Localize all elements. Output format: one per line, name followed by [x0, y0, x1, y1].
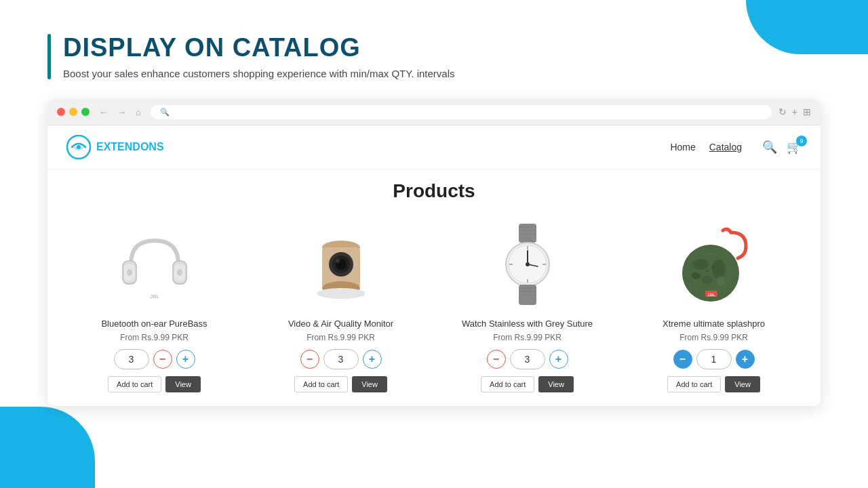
product-card-speaker: JBL Xtreme ultimate splashpro From Rs.9.… [626, 214, 802, 392]
product-card-headphones: JBL Bluetooth on-ear PureBass From Rs.9.… [66, 214, 242, 392]
qty-control-2: − + [300, 349, 382, 369]
browser-toolbar: ← → ⌂ 🔍 ↻ + ⊞ [47, 100, 821, 125]
logo-ons: ONS [140, 141, 164, 152]
svg-point-39 [717, 276, 725, 287]
logo-text: EXTENDONS [96, 141, 164, 153]
qty-minus-2[interactable]: − [300, 350, 319, 369]
qty-plus-2[interactable]: + [363, 350, 382, 369]
add-to-cart-4[interactable]: Add to cart [667, 376, 721, 392]
qty-minus-4[interactable]: − [673, 350, 692, 369]
qty-input-1[interactable] [114, 349, 149, 369]
product-image-speaker: JBL [626, 214, 802, 314]
qty-control-4: − + [673, 349, 755, 369]
browser-dots [57, 108, 90, 116]
svg-point-1 [77, 145, 81, 149]
view-1[interactable]: View [165, 376, 201, 392]
products-grid: JBL Bluetooth on-ear PureBass From Rs.9.… [66, 214, 802, 392]
dot-minimize[interactable] [69, 108, 77, 116]
svg-text:JBL: JBL [707, 293, 715, 297]
products-title: Products [66, 180, 802, 202]
product-actions-2: Add to cart View [294, 376, 387, 392]
heading-border-accent [47, 34, 51, 79]
svg-point-38 [702, 276, 713, 284]
product-name-2: Video & Air Quality Monitor [288, 319, 393, 329]
view-4[interactable]: View [725, 376, 760, 392]
qty-minus-1[interactable]: − [153, 350, 172, 369]
qty-input-4[interactable] [696, 349, 732, 369]
svg-point-44 [701, 266, 703, 268]
back-icon[interactable]: ← [96, 106, 111, 119]
svg-point-37 [712, 260, 726, 279]
qty-plus-4[interactable]: + [736, 350, 755, 369]
browser-mockup: ← → ⌂ 🔍 ↻ + ⊞ [47, 100, 821, 406]
home-nav-icon[interactable]: ⌂ [133, 106, 144, 119]
product-card-camera: Video & Air Quality Monitor From Rs.9.99… [253, 214, 429, 392]
store-header-actions: 🔍 🛒 9 [762, 140, 802, 155]
url-bar[interactable]: 🔍 [151, 105, 772, 119]
browser-nav-buttons: ← → ⌂ [96, 106, 144, 119]
browser-action-buttons: ↻ + ⊞ [778, 106, 811, 117]
svg-point-45 [706, 270, 708, 272]
product-actions-1: Add to cart View [108, 376, 201, 392]
refresh-icon[interactable]: ↻ [778, 106, 787, 117]
product-price-1: From Rs.9.99 PKR [120, 333, 189, 342]
svg-rect-18 [519, 224, 536, 243]
search-button[interactable]: 🔍 [762, 140, 777, 155]
cart-button[interactable]: 🛒 9 [787, 140, 802, 155]
view-3[interactable]: View [538, 376, 574, 392]
store-logo: EXTENDONS [66, 135, 164, 159]
logo-icon [66, 135, 91, 159]
qty-plus-3[interactable]: + [549, 350, 568, 369]
view-2[interactable]: View [352, 376, 387, 392]
tab-layout-icon[interactable]: ⊞ [803, 106, 811, 117]
product-price-2: From Rs.9.99 PKR [307, 333, 375, 342]
qty-minus-3[interactable]: − [487, 350, 506, 369]
url-search-icon: 🔍 [160, 108, 170, 117]
product-image-camera [253, 214, 429, 314]
product-name-1: Bluetooth on-ear PureBass [101, 319, 207, 329]
qty-input-3[interactable] [510, 349, 545, 369]
qty-control-1: − + [114, 349, 195, 369]
svg-point-47 [716, 270, 718, 272]
svg-point-8 [177, 269, 182, 276]
add-to-cart-1[interactable]: Add to cart [108, 376, 161, 392]
svg-rect-17 [317, 291, 365, 296]
cart-badge: 9 [796, 136, 807, 146]
qty-input-2[interactable] [323, 349, 359, 369]
product-name-4: Xtreme ultimate splashpro [663, 319, 765, 329]
store-navigation: Home Catalog [670, 142, 742, 152]
qty-control-3: − + [487, 349, 568, 369]
new-tab-icon[interactable]: + [792, 106, 797, 117]
page-subheading: Boost your sales enhance customers shopp… [63, 68, 455, 79]
svg-point-46 [711, 265, 713, 267]
forward-icon[interactable]: → [115, 106, 129, 119]
nav-catalog[interactable]: Catalog [709, 142, 742, 152]
products-section: Products JBL [47, 169, 821, 406]
product-price-4: From Rs.9.99 PKR [679, 333, 748, 342]
heading-section: DISPLAY ON CATALOG Boost your sales enha… [47, 34, 821, 79]
product-name-3: Watch Stainless with Grey Suture [462, 319, 593, 329]
svg-point-36 [692, 259, 709, 270]
svg-point-15 [336, 259, 340, 263]
add-to-cart-3[interactable]: Add to cart [481, 376, 534, 392]
product-actions-4: Add to cart View [667, 376, 760, 392]
page-heading: DISPLAY ON CATALOG [63, 34, 455, 62]
nav-home[interactable]: Home [670, 142, 695, 152]
dot-maximize[interactable] [81, 108, 90, 116]
svg-point-7 [127, 269, 132, 276]
product-price-3: From Rs.9.99 PKR [493, 333, 561, 342]
product-image-headphones: JBL [66, 214, 242, 314]
svg-text:JBL: JBL [150, 293, 159, 300]
store-content: EXTENDONS Home Catalog 🔍 🛒 9 Product [47, 125, 821, 406]
product-image-watch [439, 214, 615, 314]
product-actions-3: Add to cart View [481, 376, 574, 392]
store-header: EXTENDONS Home Catalog 🔍 🛒 9 [47, 125, 821, 169]
add-to-cart-2[interactable]: Add to cart [294, 376, 348, 392]
svg-point-23 [526, 262, 530, 266]
qty-plus-1[interactable]: + [176, 350, 195, 369]
dot-close[interactable] [57, 108, 65, 116]
product-card-watch: Watch Stainless with Grey Suture From Rs… [439, 214, 615, 392]
logo-extend: EXTEND [96, 141, 140, 152]
